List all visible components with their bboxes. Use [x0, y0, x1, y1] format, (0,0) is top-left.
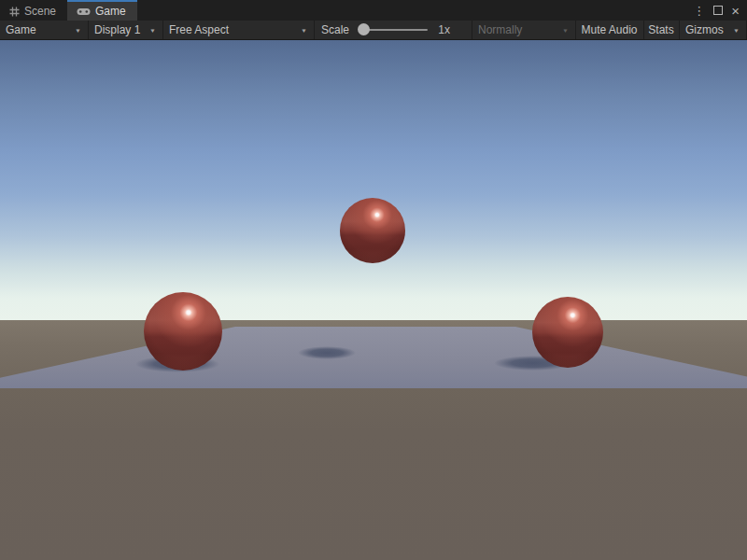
stats-button[interactable]: Stats: [644, 21, 680, 39]
tab-game-label: Game: [95, 5, 126, 18]
scale-slider-track[interactable]: [362, 29, 428, 31]
chevron-down-icon: ▼: [75, 27, 81, 33]
game-viewport[interactable]: [0, 40, 747, 560]
center-sphere-shadow: [298, 346, 356, 359]
scale-slider-knob[interactable]: [358, 23, 370, 35]
sky: [0, 40, 747, 320]
gamepad-icon: [77, 7, 91, 16]
chevron-down-icon: ▼: [562, 27, 569, 33]
scale-control: Scale 1x: [315, 21, 458, 39]
tab-scene-label: Scene: [24, 5, 56, 18]
chevron-down-icon: ▼: [733, 27, 740, 33]
kebab-menu-icon[interactable]: ⋮: [693, 5, 705, 17]
grid-icon: [9, 7, 20, 17]
chevron-down-icon: ▼: [301, 27, 307, 33]
left-sphere: [144, 292, 222, 371]
display-dropdown[interactable]: Display 1 ▼: [89, 21, 163, 39]
window-controls: ⋮ ×: [693, 0, 747, 21]
ground-near: [0, 388, 747, 560]
close-icon[interactable]: ×: [731, 4, 740, 18]
right-sphere: [532, 297, 603, 368]
gizmos-dropdown[interactable]: Gizmos ▼: [680, 21, 747, 39]
toolbar-spacer: [458, 21, 472, 39]
chevron-down-icon: ▼: [149, 27, 156, 33]
tab-scene[interactable]: Scene: [0, 0, 67, 21]
maximize-icon[interactable]: [713, 6, 723, 15]
tab-bar: Scene Game ⋮ ×: [0, 0, 747, 21]
game-mode-dropdown[interactable]: Game ▼: [0, 21, 89, 39]
scale-label: Scale: [321, 23, 349, 36]
mute-audio-button[interactable]: Mute Audio: [576, 21, 644, 39]
game-view-toolbar: Game ▼ Display 1 ▼ Free Aspect ▼ Scale 1…: [0, 21, 747, 40]
aspect-ratio-dropdown[interactable]: Free Aspect ▼: [163, 21, 315, 39]
tab-game[interactable]: Game: [67, 0, 137, 21]
scale-slider[interactable]: [358, 21, 429, 39]
scale-value: 1x: [438, 23, 450, 36]
center-sphere: [340, 198, 405, 263]
playmode-dropdown: Normally ▼: [472, 21, 576, 39]
